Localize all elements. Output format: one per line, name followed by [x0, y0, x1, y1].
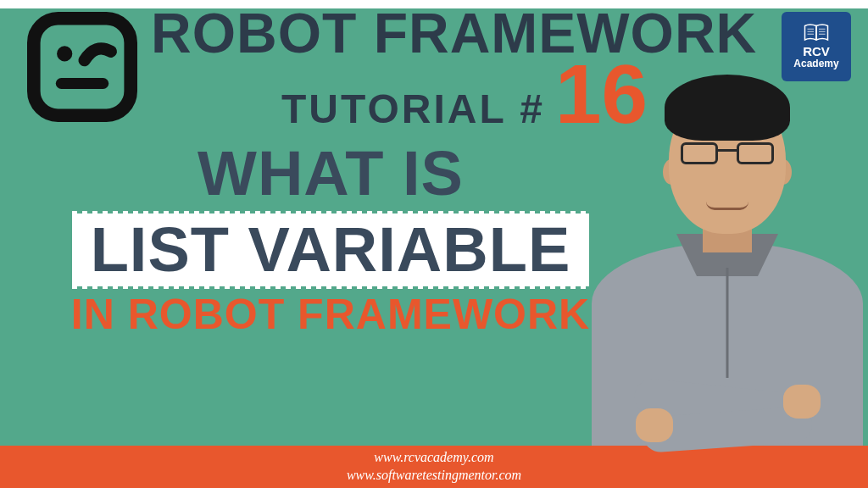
robot-framework-logo-icon [27, 12, 137, 122]
subtitle-line2: LIST VARIABLE [91, 219, 571, 281]
thumbnail-canvas: ROBOT FRAMEWORK TUTORIAL # 16 RCV Academ… [0, 0, 868, 488]
footer-bar: www.rcvacademy.com www.softwaretestingme… [0, 446, 868, 488]
badge-line1: RCV [803, 45, 830, 58]
subtitle-line3: IN ROBOT FRAMEWORK [59, 291, 602, 338]
tutorial-label: TUTORIAL # [281, 86, 545, 132]
svg-rect-2 [56, 78, 108, 89]
footer-url-2: www.softwaretestingmentor.com [347, 467, 521, 485]
subtitle-line1: WHAT IS [59, 142, 602, 205]
badge-line2: Academy [793, 58, 838, 69]
subtitle-block: WHAT IS LIST VARIABLE IN ROBOT FRAMEWORK [59, 142, 602, 338]
presenter-portrait [592, 90, 863, 446]
highlight-box: LIST VARIABLE [72, 214, 590, 286]
book-icon [804, 23, 829, 42]
rcv-academy-badge: RCV Academy [782, 12, 851, 81]
svg-point-1 [57, 46, 72, 61]
footer-url-1: www.rcvacademy.com [374, 449, 493, 467]
svg-rect-0 [34, 19, 131, 115]
title-line1: ROBOT FRAMEWORK [151, 5, 778, 61]
